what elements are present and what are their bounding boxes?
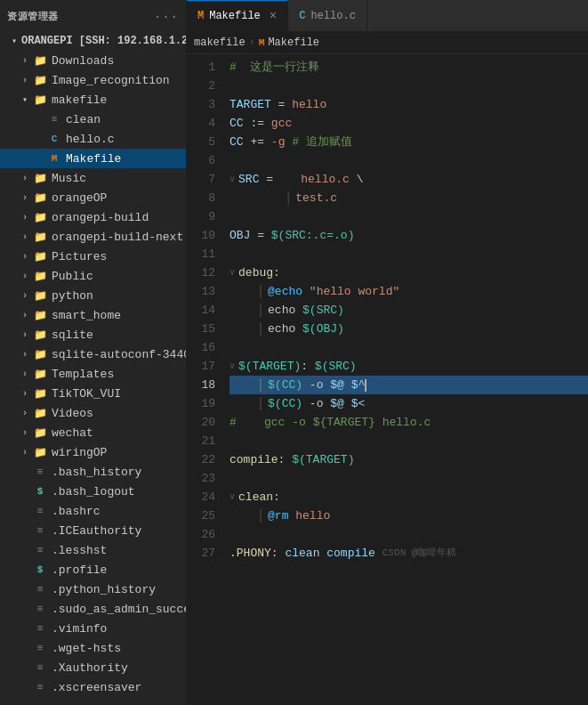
sidebar-item-label: smart_home [52, 309, 121, 322]
debug-target: debug [238, 263, 273, 282]
sidebar: 资源管理器 ··· ORANGEPI [SSH: 192.168.1.254] … [0, 0, 187, 705]
sidebar-item-label: Image_recognition [52, 74, 170, 87]
sidebar-item-bash-history[interactable]: ≡ .bash_history [0, 462, 186, 482]
code-line-22: compile : $(TARGET) [230, 450, 588, 469]
arrow [18, 330, 32, 340]
ln-27: 27 [187, 544, 215, 563]
code-line-16 [230, 338, 588, 357]
eq-icon: ≡ [32, 604, 48, 614]
ln-21: 21 [187, 432, 215, 450]
sidebar-item-xscreensaver[interactable]: ≡ .xscreensaver [0, 677, 186, 697]
rm-cont-bar: │ [257, 506, 264, 525]
sidebar-item-makefile-file[interactable]: M Makefile [0, 149, 186, 168]
tab-makefile[interactable]: M Makefile × [187, 0, 288, 31]
folder-icon: 📁 [32, 211, 48, 224]
sidebar-item-bashrc[interactable]: ≡ .bashrc [0, 501, 186, 521]
sidebar-item-label: .viminfo [52, 622, 107, 636]
code-line-24: ∨ clean : [230, 488, 588, 506]
code-line-7: ∨ SRC = hello.c \ [230, 170, 588, 189]
arrow [18, 213, 32, 223]
code-line-12: ∨ debug : [230, 263, 588, 282]
code-line-14: │ echo $(SRC) [230, 301, 588, 320]
sidebar-item-downloads[interactable]: 📁 Downloads [0, 51, 186, 70]
code-line-27: .PHONY : clean compile CSDN @咖啡年糕 [230, 544, 588, 563]
dollar-icon: $ [32, 564, 48, 575]
sidebar-item-makefile-folder[interactable]: 📁 makefile [0, 90, 186, 109]
sidebar-item-bash-logout[interactable]: $ .bash_logout [0, 482, 186, 501]
cmd-cont-bar2: │ [257, 301, 264, 320]
code-line-5: CC += -g # 追加赋值 [230, 133, 588, 151]
sidebar-item-label: .Xauthority [52, 661, 128, 675]
sidebar-item-wiringop[interactable]: 📁 wiringOP [0, 442, 186, 462]
sidebar-item-label: wiringOP [52, 446, 107, 459]
tab-hello-c-label: hello.c [310, 10, 355, 22]
ln-26: 26 [187, 525, 215, 544]
obj-var: OBJ [230, 226, 250, 245]
arrow [18, 252, 32, 262]
folder-icon: 📁 [32, 407, 48, 420]
target-var: TARGET [230, 95, 271, 114]
echo2: echo [268, 301, 302, 320]
code-line-8: │ test.c [230, 189, 588, 207]
folder-icon: 📁 [32, 348, 48, 361]
sidebar-item-python[interactable]: 📁 python [0, 286, 186, 305]
sidebar-item-templates[interactable]: 📁 Templates [0, 364, 186, 384]
eq-icon: ≡ [32, 584, 48, 595]
comment-hash: # 这是一行注释 [230, 58, 319, 77]
ln-12: 12 [187, 263, 215, 282]
cc-auto5: $< [351, 394, 366, 413]
sidebar-item-xauthority[interactable]: ≡ .Xauthority [0, 658, 186, 677]
sidebar-item-python-history[interactable]: ≡ .python_history [0, 579, 186, 599]
fold-24[interactable]: ∨ [230, 488, 235, 506]
sidebar-item-wechat[interactable]: 📁 wechat [0, 423, 186, 442]
src-var: SRC [238, 170, 259, 189]
ln-6: 6 [187, 151, 215, 170]
m-icon: M [46, 153, 62, 164]
arrow [18, 350, 32, 360]
cmd-indent2 [230, 301, 257, 320]
sidebar-item-orangepi-build[interactable]: 📁 orangepi-build [0, 207, 186, 227]
tab-makefile-close[interactable]: × [270, 9, 277, 23]
sidebar-dots[interactable]: ··· [154, 10, 179, 24]
sidebar-item-pictures[interactable]: 📁 Pictures [0, 247, 186, 266]
fold-12[interactable]: ∨ [230, 263, 235, 282]
sidebar-item-label: hello.c [66, 133, 115, 146]
code-line-25: │ @rm hello [230, 506, 588, 525]
sidebar-root[interactable]: ORANGEPI [SSH: 192.168.1.254] [0, 31, 186, 51]
debug-colon: : [273, 263, 280, 282]
sidebar-item-label: .bash_logout [52, 485, 135, 498]
sidebar-item-label: Templates [52, 368, 114, 381]
obj-val: $(SRC:.c=.o) [271, 226, 355, 245]
sidebar-item-orangepi-build-next[interactable]: 📁 orangepi-build-next [0, 227, 186, 247]
sidebar-item-tiktok[interactable]: 📁 TikTOK_VUI [0, 384, 186, 403]
sidebar-item-orangeop[interactable]: 📁 orangeOP [0, 188, 186, 207]
fold-7[interactable]: ∨ [230, 170, 235, 189]
sidebar-item-hello-c[interactable]: C hello.c [0, 129, 186, 149]
code-line-15: │ echo $(OBJ) [230, 320, 588, 338]
ln-10: 10 [187, 226, 215, 245]
fold-17[interactable]: ∨ [230, 357, 235, 376]
sidebar-item-sqlite[interactable]: 📁 sqlite [0, 325, 186, 344]
sidebar-item-iceauthority[interactable]: ≡ .ICEauthority [0, 521, 186, 540]
cc-plus-var: CC [230, 133, 244, 151]
sidebar-item-smart-home[interactable]: 📁 smart_home [0, 305, 186, 325]
sidebar-item-sudo-admin[interactable]: ≡ .sudo_as_admin_successful [0, 599, 186, 619]
sidebar-item-public[interactable]: 📁 Public [0, 266, 186, 286]
sidebar-item-sqlite-autoconf[interactable]: 📁 sqlite-autoconf-3440000 [0, 344, 186, 364]
ln-2: 2 [187, 77, 215, 95]
sidebar-item-lesshst[interactable]: ≡ .lesshst [0, 540, 186, 560]
code-line-6 [230, 151, 588, 170]
op-eq: = [271, 95, 292, 114]
sidebar-item-wget-hsts[interactable]: ≡ .wget-hsts [0, 638, 186, 658]
sidebar-item-viminfo[interactable]: ≡ .viminfo [0, 619, 186, 638]
sidebar-item-clean[interactable]: ≡ clean [0, 109, 186, 129]
code-area[interactable]: 1 2 3 4 5 6 7 8 9 10 11 12 13 14 15 16 1 [187, 54, 588, 705]
sidebar-item-profile[interactable]: $ .profile [0, 560, 186, 579]
code-line-10: OBJ = $(SRC:.c=.o) [230, 226, 588, 245]
cc-auto2 [344, 376, 351, 394]
sidebar-item-music[interactable]: 📁 Music [0, 168, 186, 188]
sidebar-item-image-recognition[interactable]: 📁 Image_recognition [0, 70, 186, 90]
sidebar-item-videos[interactable]: 📁 Videos [0, 403, 186, 423]
breadcrumb-icon-m: M [259, 37, 265, 48]
tab-hello-c[interactable]: C hello.c [288, 0, 367, 31]
